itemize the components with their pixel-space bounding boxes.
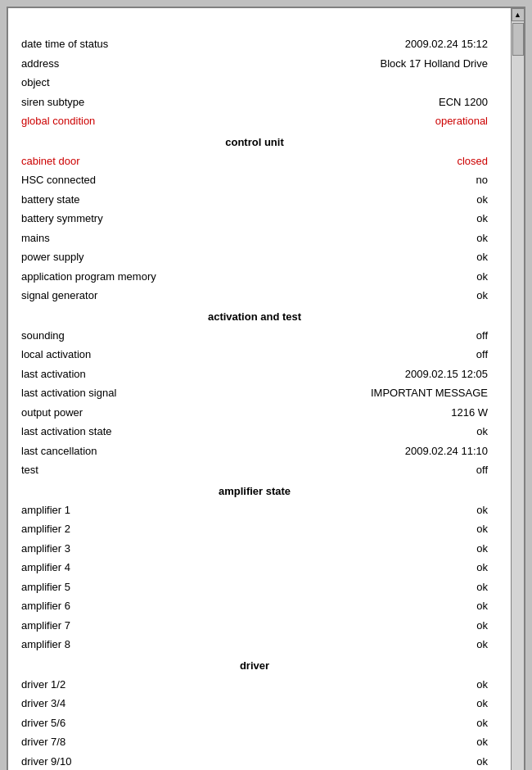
- row-label: output power: [21, 405, 83, 421]
- row-value: ok: [324, 521, 488, 537]
- section-row: battery symmetryok: [21, 209, 488, 229]
- content-area: date time of status2009.02.24 15:12addre…: [8, 8, 511, 770]
- section-row: output power1216 W: [21, 403, 488, 423]
- section-row: testoff: [21, 460, 488, 480]
- row-label: last activation signal: [21, 385, 116, 401]
- row-value: ok: [324, 695, 488, 712]
- row-value: ok: [324, 636, 488, 653]
- row-label: application program memory: [21, 269, 156, 285]
- section-row: driver 9/10ok: [21, 752, 488, 771]
- row-value: off: [324, 346, 488, 363]
- section-row: amplifier 4ok: [21, 558, 488, 578]
- section-row: amplifier 5ok: [21, 578, 488, 597]
- row-label: amplifier 8: [21, 636, 70, 653]
- row-value: ok: [324, 249, 488, 265]
- section-row: last activation stateok: [21, 422, 488, 442]
- section-row: amplifier 3ok: [21, 539, 488, 559]
- row-value: ECN 1200: [324, 94, 488, 111]
- row-value: no: [324, 172, 488, 188]
- row-value: ok: [324, 288, 488, 304]
- row-value: ok: [324, 502, 488, 519]
- row-value: ok: [324, 754, 488, 770]
- row-label: date time of status: [21, 36, 108, 52]
- section-row: signal generatorok: [21, 286, 488, 306]
- row-label: amplifier 4: [21, 559, 70, 576]
- section-row: driver 5/6ok: [21, 713, 488, 733]
- info-row: addressBlock 17 Holland Drive: [21, 54, 488, 74]
- row-label: driver 9/10: [21, 754, 71, 770]
- row-value: ok: [324, 424, 488, 440]
- section-row: soundingoff: [21, 326, 488, 346]
- row-value: off: [324, 328, 488, 344]
- row-label: last cancellation: [21, 443, 97, 460]
- row-label: siren subtype: [21, 94, 84, 111]
- section-row: amplifier 6ok: [21, 596, 488, 616]
- section-row: driver 3/4ok: [21, 694, 488, 713]
- section-row: amplifier 2ok: [21, 519, 488, 539]
- row-label: amplifier 5: [21, 579, 70, 596]
- row-value: 1216 W: [324, 405, 488, 421]
- row-value: ok: [324, 598, 488, 614]
- row-value: ok: [324, 579, 488, 596]
- row-label: driver 5/6: [21, 715, 65, 732]
- row-label: amplifier 2: [21, 521, 70, 537]
- row-label: amplifier 7: [21, 618, 70, 634]
- scrollbar[interactable]: ▲ ▼: [511, 8, 524, 770]
- row-label: object: [21, 75, 50, 91]
- row-label: driver 1/2: [21, 677, 65, 693]
- scrollbar-track[interactable]: [512, 21, 525, 770]
- section-row: amplifier 7ok: [21, 616, 488, 636]
- row-value: ok: [324, 211, 488, 227]
- row-label: last activation state: [21, 424, 112, 440]
- scrollbar-thumb[interactable]: [512, 23, 524, 56]
- row-label: mains: [21, 230, 50, 247]
- row-value: 2009.02.15 12:05: [324, 366, 488, 383]
- section-header: driver: [21, 659, 488, 672]
- section-row: driver 7/8ok: [21, 732, 488, 752]
- section-row: HSC connectedno: [21, 170, 488, 190]
- row-label: driver 3/4: [21, 695, 65, 712]
- section-row: local activationoff: [21, 345, 488, 365]
- row-value: ok: [324, 192, 488, 208]
- row-label: global condition: [21, 113, 95, 129]
- row-label: amplifier 6: [21, 598, 70, 614]
- row-label: last activation: [21, 366, 86, 383]
- section-header: activation and test: [21, 310, 488, 323]
- row-label: test: [21, 462, 38, 478]
- row-label: amplifier 1: [21, 502, 70, 519]
- row-value: 2009.02.24 15:12: [324, 36, 488, 52]
- row-label: battery symmetry: [21, 211, 103, 227]
- row-value: ok: [324, 734, 488, 750]
- row-value: operational: [324, 113, 488, 129]
- row-label: amplifier 3: [21, 541, 70, 557]
- row-label: driver 7/8: [21, 734, 65, 750]
- section-row: mainsok: [21, 229, 488, 248]
- top-rows: date time of status2009.02.24 15:12addre…: [21, 34, 488, 131]
- main-window: ▲ ▼ date time of status2009.02.24 15:12a…: [7, 7, 525, 770]
- info-row: global conditionoperational: [21, 111, 488, 131]
- row-value: closed: [324, 153, 488, 170]
- section-row: application program memoryok: [21, 267, 488, 287]
- section-header: control unit: [21, 136, 488, 148]
- row-label: HSC connected: [21, 172, 96, 188]
- row-value: 2009.02.24 11:10: [324, 443, 488, 460]
- section-row: amplifier 8ok: [21, 635, 488, 654]
- row-value: off: [324, 462, 488, 478]
- section-row: cabinet doorclosed: [21, 152, 488, 171]
- row-label: address: [21, 56, 59, 72]
- row-value: ok: [324, 230, 488, 247]
- section-row: power supplyok: [21, 247, 488, 267]
- sections-container: control unitcabinet doorclosedHSC connec…: [21, 136, 488, 771]
- row-value: ok: [324, 677, 488, 693]
- row-label: cabinet door: [21, 153, 80, 170]
- info-row: date time of status2009.02.24 15:12: [21, 34, 488, 54]
- row-label: battery state: [21, 192, 80, 208]
- row-value: Block 17 Holland Drive: [324, 56, 488, 72]
- row-value: IMPORTANT MESSAGE: [324, 385, 488, 401]
- section-row: last activation2009.02.15 12:05: [21, 365, 488, 384]
- row-value: ok: [324, 269, 488, 285]
- section-row: last cancellation2009.02.24 11:10: [21, 442, 488, 461]
- row-label: signal generator: [21, 288, 97, 304]
- info-row: siren subtypeECN 1200: [21, 93, 488, 112]
- scroll-up-button[interactable]: ▲: [512, 8, 525, 21]
